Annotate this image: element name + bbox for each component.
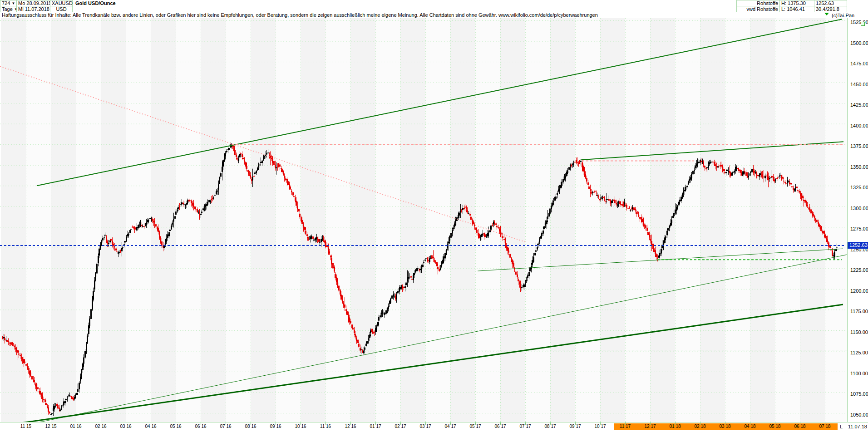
time-tick-label: 09 16 [266,424,285,429]
time-tick-label: 12 15 [42,424,60,429]
time-tick-label: 01 16 [67,424,85,429]
time-tick-label: 12 17 [641,424,659,429]
time-tick-label: 03 18 [716,424,734,429]
time-tick-label: 08 17 [541,424,559,429]
marker-triangle-icon [824,13,829,15]
time-tick-label: 06 16 [192,424,210,429]
price-tick-label: 1300.00 [850,206,868,211]
time-tick-label: 11 16 [316,424,335,429]
price-tick-label: 1500.00 [850,40,868,46]
chart-area[interactable] [0,18,868,422]
time-tick-label: 07 17 [516,424,534,429]
time-tick-label: 03 16 [117,424,135,429]
time-tick-label: 06 18 [791,424,809,429]
time-tick-label: 07 16 [217,424,235,429]
current-price-badge: 1252.63 [848,242,868,249]
time-axis: L 11.07.18 11 1512 1501 1602 1603 1604 1… [0,422,868,432]
time-tick-label: 04 18 [741,424,759,429]
price-tick-label: 1225.00 [850,267,868,273]
time-tick-label: 06 17 [491,424,509,429]
price-tick-label: 1125.00 [850,350,868,355]
time-tick-label: 08 16 [242,424,260,429]
price-tick-label: 1050.00 [850,412,868,417]
price-tick-label: 1450.00 [850,82,868,87]
time-tick-label: 10 16 [291,424,310,429]
time-tick-label: 09 17 [566,424,584,429]
time-tick-label: 04 17 [441,424,459,429]
last-price-label: 1252.63 [814,0,847,6]
time-tick-label: 01 17 [366,424,385,429]
price-tick-label: 1200.00 [850,288,868,294]
time-tick-label: 02 16 [92,424,110,429]
last-date-label: 11.07.18 [848,424,867,429]
chart-title: Gold USD/Ounce [74,0,117,7]
price-tick-label: 1350.00 [850,164,868,170]
date-from-field[interactable]: Mo 28.09.2015 [16,0,50,6]
time-tick-label: 05 16 [167,424,185,429]
price-tick-label: 1425.00 [850,102,868,108]
time-tick-label: 11 17 [616,424,634,429]
price-tick-label: 1525.00 [850,20,868,25]
time-tick-label: 10 17 [591,424,609,429]
time-tick-label: 04 16 [142,424,160,429]
time-tick-label: 05 17 [466,424,484,429]
price-tick-label: 1275.00 [850,226,868,231]
chart-canvas[interactable] [0,18,847,422]
time-tick-label: 02 17 [391,424,409,429]
price-tick-label: 1100.00 [850,371,868,376]
period-dropdown[interactable]: 724 ▼ [0,0,17,6]
date-to-field[interactable]: Mi 11.07.2018 [16,6,50,12]
price-tick-label: 1175.00 [850,309,868,314]
chevron-down-icon: ▼ [11,1,15,5]
price-tick-label: 1325.00 [850,185,868,190]
currency-label: USD [50,6,73,12]
period-low-label: L: 1046.41 [779,6,814,12]
last-label: L [840,424,843,429]
time-tick-label: 07 18 [816,424,834,429]
price-tick-label: 1400.00 [850,123,868,128]
range-box-icon [861,22,865,26]
time-tick-label: 05 18 [766,424,784,429]
feed-name2-label: vwd Rohstoffe [736,6,780,12]
chart-header: 724 ▼ Mo 28.09.2015 XAUUSD Gold USD/Ounc… [0,0,868,12]
copyright-label: (c)Tai-Pan [832,13,854,18]
price-tick-label: 1150.00 [850,329,868,335]
change-label: 30.4/291.8 [814,6,847,12]
period-high-label: H: 1375.30 [779,0,814,6]
period-unit-dropdown[interactable]: Tage ▼ [0,6,17,12]
price-tick-label: 1375.00 [850,143,868,149]
time-tick-label: 12 16 [341,424,360,429]
time-tick-label: 03 17 [416,424,434,429]
disclaimer-text: Haftungsausschluss für Inhalte: Alle Tre… [0,12,868,18]
price-tick-label: 1475.00 [850,61,868,66]
price-tick-label: 1075.00 [850,391,868,397]
symbol-field[interactable]: XAUUSD [50,0,73,6]
time-tick-label: 11 15 [17,424,35,429]
price-axis: 1525.001500.001475.001450.001425.001400.… [847,18,868,422]
feed-name-label: Rohstoffe [736,0,780,6]
time-tick-label: 02 18 [691,424,709,429]
time-tick-label: 01 18 [666,424,684,429]
